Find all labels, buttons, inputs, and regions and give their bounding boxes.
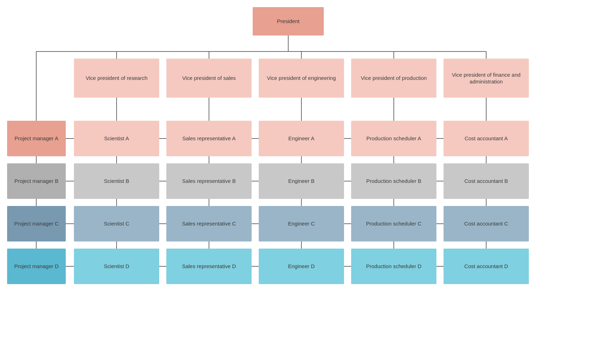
- node-engineer-b: Engineer B: [259, 163, 344, 199]
- node-prod-sched-a: Production scheduler A: [351, 121, 436, 156]
- node-engineer-c: Engineer C: [259, 206, 344, 241]
- node-sales-rep-b: Sales representative B: [166, 163, 252, 199]
- node-prod-sched-b: Production scheduler B: [351, 163, 436, 199]
- node-pm-a: Project manager A: [7, 121, 66, 156]
- node-scientist-c: Scientist C: [74, 206, 159, 241]
- node-vp-engineering: Vice president of engineering: [259, 59, 344, 98]
- node-prod-sched-d: Production scheduler D: [351, 249, 436, 284]
- node-cost-acc-d: Cost accountant D: [444, 249, 529, 284]
- node-vp-sales: Vice president of sales: [166, 59, 252, 98]
- node-prod-sched-c: Production scheduler C: [351, 206, 436, 241]
- node-engineer-d: Engineer D: [259, 249, 344, 284]
- node-sales-rep-c: Sales representative C: [166, 206, 252, 241]
- node-scientist-b: Scientist B: [74, 163, 159, 199]
- node-cost-acc-c: Cost accountant C: [444, 206, 529, 241]
- node-sales-rep-a: Sales representative A: [166, 121, 252, 156]
- node-vp-finance: Vice president of finance and administra…: [444, 59, 529, 98]
- node-vp-research: Vice president of research: [74, 59, 159, 98]
- node-cost-acc-a: Cost accountant A: [444, 121, 529, 156]
- node-cost-acc-b: Cost accountant B: [444, 163, 529, 199]
- node-pm-b: Project manager B: [7, 163, 66, 199]
- node-scientist-d: Scientist D: [74, 249, 159, 284]
- node-pm-c: Project manager C: [7, 206, 66, 241]
- org-chart: President Vice president of research Vic…: [0, 0, 612, 364]
- node-vp-production: Vice president of production: [351, 59, 436, 98]
- node-sales-rep-d: Sales representative D: [166, 249, 252, 284]
- node-president: President: [253, 7, 324, 36]
- node-pm-d: Project manager D: [7, 249, 66, 284]
- node-scientist-a: Scientist A: [74, 121, 159, 156]
- node-engineer-a: Engineer A: [259, 121, 344, 156]
